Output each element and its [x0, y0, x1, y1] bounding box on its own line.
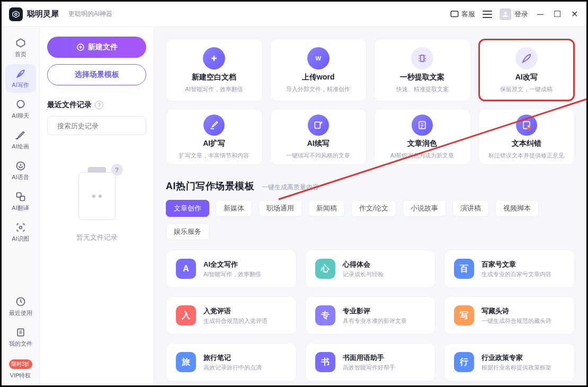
- tab-0[interactable]: 文章创作: [166, 200, 209, 217]
- template-card-3[interactable]: 入 入党评语 生成符合规范的入党评语: [166, 296, 297, 335]
- support-button[interactable]: 客服: [450, 10, 475, 19]
- template-icon: 行: [454, 352, 474, 372]
- template-card-1[interactable]: 心 心得体会 记录成长与经验: [305, 250, 436, 288]
- tab-4[interactable]: 作文/论文: [351, 200, 396, 217]
- translate-icon: [15, 191, 26, 203]
- app-subtitle: 更聪明的AI神器: [68, 10, 112, 19]
- search-input[interactable]: [47, 116, 146, 135]
- file-icon: [15, 327, 26, 338]
- sidebar-item-files[interactable]: 我的文件: [5, 323, 36, 351]
- continue-icon: [308, 115, 329, 136]
- menu-icon[interactable]: [483, 11, 492, 18]
- svg-rect-15: [421, 55, 424, 61]
- plus-icon: [203, 47, 225, 69]
- correct-icon: [516, 115, 537, 136]
- feature-plus[interactable]: 新建空白文档 AI智能写作，效率翻倍: [166, 39, 263, 101]
- chat-icon: [15, 99, 26, 110]
- tab-8[interactable]: 娱乐服务: [166, 223, 209, 240]
- new-file-button[interactable]: 新建文件: [47, 37, 146, 58]
- feature-word[interactable]: W 上传word 导入外部文件，精准创作: [270, 39, 367, 101]
- word-icon: W: [307, 47, 329, 69]
- rewrite-icon: [515, 47, 538, 69]
- tab-7[interactable]: 视频脚本: [495, 200, 539, 217]
- templates-title: AI热门写作场景模板: [166, 180, 254, 192]
- svg-point-3: [504, 12, 507, 14]
- template-icon: 入: [176, 305, 196, 326]
- feature-expand[interactable]: AI扩写 扩写文章，丰富情节和内容: [166, 109, 263, 165]
- clock-icon: [15, 296, 26, 307]
- empty-state: ? 暂无文件记录: [47, 167, 146, 242]
- templates-subtitle: 一键生成高质量内容: [262, 183, 319, 192]
- minimize-button[interactable]: ─: [536, 10, 545, 19]
- app-logo-icon: [9, 7, 23, 21]
- template-icon: 写: [454, 305, 474, 326]
- sidebar-item-home[interactable]: 首页: [5, 33, 36, 62]
- home-icon: [15, 37, 26, 49]
- brush-icon: [15, 129, 26, 141]
- svg-marker-4: [16, 39, 24, 47]
- sidebar-item-recent[interactable]: 最近使用: [5, 292, 36, 321]
- sidebar-item-chat[interactable]: AI聊天: [5, 95, 36, 124]
- scan-icon: [15, 222, 26, 233]
- extract-icon: [411, 47, 433, 69]
- help-icon[interactable]: ?: [95, 101, 103, 109]
- template-icon: A: [176, 259, 196, 279]
- feature-correct[interactable]: 文本纠错 标注错误文本并提供修正意见: [478, 109, 575, 165]
- file-panel: 新建文件 选择场景模板 最近文件记录 ? ? 暂无文件记录: [40, 27, 154, 385]
- svg-point-5: [17, 101, 24, 108]
- template-icon: 旅: [176, 352, 196, 372]
- expand-icon: [203, 115, 225, 136]
- avatar-icon: [500, 8, 511, 20]
- sidebar-item-vip[interactable]: 限时3折 VIP特权: [5, 354, 36, 385]
- feature-extract[interactable]: 一秒提取文案 快速、精准提取文案: [374, 39, 471, 101]
- app-title: 聪明灵犀: [27, 9, 59, 19]
- support-label: 客服: [461, 10, 475, 19]
- feature-polish[interactable]: 文章润色 AI帮你润色为成为新文章: [374, 109, 471, 165]
- feature-continue[interactable]: AI续写 一键续写不同风格的文章: [270, 109, 367, 165]
- feather-icon: [15, 68, 26, 80]
- feature-rewrite[interactable]: AI改写 保留原文，一键成稿: [478, 39, 575, 101]
- polish-icon: [412, 115, 433, 136]
- vip-badge: 限时3折: [9, 359, 32, 369]
- close-button[interactable]: ✕: [569, 10, 579, 19]
- template-card-5[interactable]: 写 写藏头诗 一键生成符合规范的藏头诗: [444, 296, 575, 335]
- sidebar-item-vision[interactable]: AI识图: [5, 218, 36, 247]
- sidebar-item-voice[interactable]: AI语音: [5, 156, 36, 185]
- sidebar-item-translate[interactable]: AI翻译: [5, 187, 36, 216]
- tab-3[interactable]: 新闻稿: [308, 200, 345, 217]
- search-field[interactable]: [57, 122, 146, 130]
- tab-5[interactable]: 小说故事: [403, 200, 446, 217]
- svg-text:W: W: [315, 55, 321, 61]
- template-icon: 百: [454, 259, 474, 279]
- svg-point-9: [19, 226, 22, 229]
- titlebar: 聪明灵犀 更聪明的AI神器 客服 登录 ─ ☐ ✕: [2, 2, 586, 27]
- template-card-8[interactable]: 行 行业政策专家 根据行业名称提供政策框架: [444, 343, 575, 381]
- sidebar-item-write[interactable]: AI写作: [5, 64, 36, 93]
- template-card-0[interactable]: A AI全文写作 AI智能写作，效率翻倍: [166, 250, 297, 288]
- template-card-6[interactable]: 旅 旅行笔记 高效记录旅行中的点滴: [166, 343, 297, 381]
- template-card-4[interactable]: 专 专业影评 具有专业水准的影评文章: [305, 296, 436, 335]
- tab-6[interactable]: 演讲稿: [452, 200, 489, 217]
- login-button[interactable]: 登录: [500, 8, 528, 20]
- tab-1[interactable]: 新媒体: [216, 200, 252, 217]
- maximize-button[interactable]: ☐: [553, 10, 562, 19]
- tab-2[interactable]: 职场通用: [259, 200, 302, 217]
- template-card-2[interactable]: 百 百家号文章 生成专业的百家号文章内容: [444, 250, 575, 288]
- svg-point-19: [527, 125, 531, 129]
- svg-point-1: [15, 13, 17, 15]
- template-icon: 书: [315, 352, 335, 372]
- main-content: 新建空白文档 AI智能写作，效率翻倍 W 上传word 导入外部文件，精准创作 …: [154, 27, 586, 385]
- template-button[interactable]: 选择场景模板: [47, 64, 146, 85]
- sidebar-item-draw[interactable]: AI绘画: [5, 126, 36, 154]
- sidebar: 首页 AI写作 AI聊天 AI绘画 AI语音 AI翻译: [2, 27, 40, 385]
- template-card-7[interactable]: 书 书面用语助手 高效智能写作好帮手: [305, 343, 436, 381]
- svg-rect-16: [315, 122, 320, 128]
- recent-header: 最近文件记录 ?: [47, 100, 146, 110]
- template-icon: 心: [315, 259, 335, 279]
- login-label: 登录: [514, 10, 528, 19]
- mic-icon: [15, 160, 26, 172]
- template-icon: 专: [315, 305, 335, 326]
- svg-marker-0: [13, 11, 19, 17]
